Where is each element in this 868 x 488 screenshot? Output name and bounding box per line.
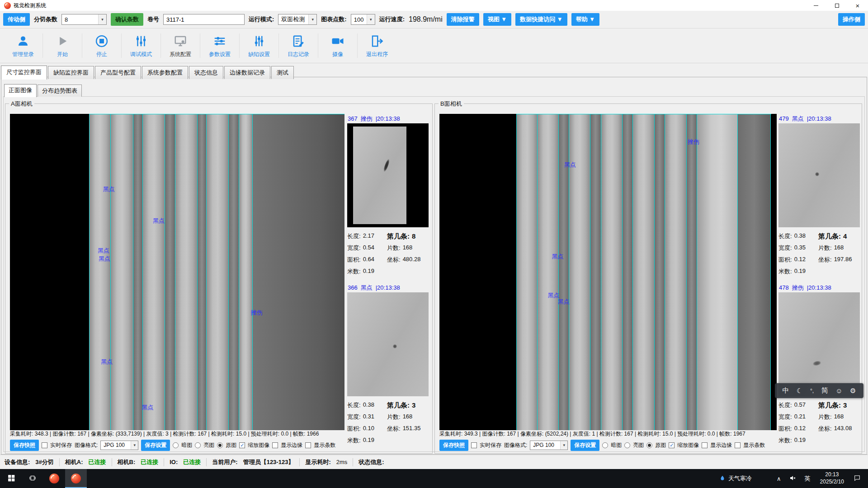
operate-side-button[interactable]: 操作侧 [838, 13, 865, 26]
defect-card-header: 366 黑点 |20:13:38 [347, 283, 429, 292]
tab-product-model[interactable]: 产品型号配置 [95, 66, 141, 79]
camera-capture-button[interactable]: 摄像 [319, 33, 356, 58]
tab-edge-data[interactable]: 边缘数据记录 [224, 66, 270, 79]
original-image-radio[interactable] [646, 442, 652, 448]
divider [357, 33, 358, 58]
confirm-count-button[interactable]: 确认条数 [111, 13, 143, 26]
ime-language-mode[interactable]: 中 [783, 386, 789, 395]
ime-settings-gear-icon[interactable]: ⚙ [850, 387, 856, 395]
maximize-button[interactable] [826, 0, 847, 11]
image-format-select[interactable]: JPG 100▾ [530, 441, 568, 450]
run-mode-select[interactable]: 双面检测 ▾ [278, 14, 317, 25]
strip [110, 114, 133, 430]
parameter-settings-button[interactable]: 参数设置 [201, 33, 238, 58]
task-view-button[interactable] [22, 469, 43, 488]
drive-side-button[interactable]: 传动侧 [3, 13, 30, 26]
save-snapshot-button[interactable]: 保存快照 [10, 440, 39, 451]
start-button[interactable]: 开始 [44, 33, 81, 58]
bright-image-radio[interactable] [195, 442, 201, 448]
system-config-button[interactable]: 系统配置 [162, 33, 199, 58]
subtab-front-image[interactable]: 正面图像 [4, 84, 37, 97]
dark-image-radio[interactable] [173, 442, 179, 448]
defect-annotation: 黑点 [101, 358, 113, 366]
strip [228, 114, 239, 430]
log-record-button[interactable]: 日志记录 [280, 33, 317, 58]
camera-a-image: 黑点 黑点 黑点 黑点 挫伤 黑点 黑点 [10, 114, 344, 430]
ime-simplified-mode[interactable]: 简 [821, 386, 828, 395]
show-edges-checkbox[interactable] [272, 442, 278, 448]
taskbar-app-inspection[interactable] [43, 469, 65, 488]
defect-card[interactable]: 478 挫伤 |20:13:38 长度:0.57第几条:3 宽度:0.21片数:… [778, 283, 860, 446]
windows-logo-icon [7, 474, 15, 483]
close-button[interactable]: × [847, 0, 868, 11]
show-strips-checkbox[interactable] [305, 442, 311, 448]
image-format-select[interactable]: JPG 100▾ [100, 441, 138, 450]
tab-size-monitor[interactable]: 尺寸监控界面 [1, 66, 47, 80]
clock-widget[interactable]: 20:13 2025/2/10 [815, 471, 849, 485]
original-image-radio[interactable] [217, 442, 223, 448]
defect-stats: 长度:0.57第几条:3 宽度:0.21片数:168 面积:0.12坐标:143… [778, 396, 860, 446]
subtab-trend-chart[interactable]: 分布趋势图表 [38, 84, 82, 97]
volume-button[interactable] [785, 474, 801, 483]
save-settings-button[interactable]: 保存设置 [141, 440, 170, 451]
close-icon: × [856, 2, 860, 9]
camera-b-image: 挫伤 黑点 黑点 黑点 黑点 [439, 114, 777, 430]
defect-settings-button[interactable]: 缺陷设置 [241, 33, 278, 58]
tray-expand-button[interactable]: ∧ [773, 475, 785, 482]
camera-b-panel: B面相机 挫伤 黑点 黑点 黑点 黑点 47 [434, 103, 862, 454]
show-edges-checkbox[interactable] [702, 442, 708, 448]
admin-login-button[interactable]: 管理登录 [5, 33, 42, 58]
slit-count-select[interactable]: 8 ▾ [61, 14, 107, 25]
clock-time: 20:13 [820, 471, 844, 479]
input-language-indicator[interactable]: 英 [801, 474, 815, 483]
save-settings-button[interactable]: 保存设置 [571, 440, 599, 451]
debug-mode-button[interactable]: 调试模式 [123, 33, 160, 58]
strip [89, 114, 110, 430]
save-snapshot-button[interactable]: 保存快照 [439, 440, 468, 451]
zoom-image-checkbox[interactable] [239, 442, 245, 448]
tab-test[interactable]: 测试 [271, 66, 294, 79]
defect-card[interactable]: 366 黑点 |20:13:38 长度:0.38第几条:3 宽度:0.31片数:… [347, 283, 429, 446]
ime-punctuation-mode[interactable]: °, [810, 388, 814, 394]
strip [516, 114, 537, 430]
exit-program-button[interactable]: 退出程序 [359, 33, 396, 58]
strip [133, 114, 142, 430]
stop-button[interactable]: 停止 [83, 33, 120, 58]
defect-type: 黑点 [361, 284, 373, 292]
dark-image-radio[interactable] [602, 442, 608, 448]
strip [590, 114, 600, 430]
defect-card[interactable]: 479 黑点 |20:13:38 长度:0.38第几条:4 宽度:0.35片数:… [778, 114, 860, 277]
start-menu-button[interactable] [0, 469, 22, 488]
roll-number-input[interactable] [163, 14, 245, 25]
tab-defect-monitor[interactable]: 缺陷监控界面 [48, 66, 94, 79]
clear-alarm-button[interactable]: 清除报警 [447, 13, 479, 26]
tab-status-info[interactable]: 状态信息 [189, 66, 223, 79]
data-quick-access-menu-button[interactable]: 数据快捷访问 ▼ [515, 13, 567, 26]
defect-type: 挫伤 [792, 284, 804, 292]
minimize-button[interactable] [806, 0, 826, 11]
taskbar-app-inspection-active[interactable] [65, 469, 87, 488]
defect-annotation: 黑点 [142, 404, 154, 412]
bright-image-radio[interactable] [624, 442, 630, 448]
title-bar: 视觉检测系统 × [0, 0, 868, 11]
realtime-save-checkbox[interactable] [471, 442, 477, 448]
ime-emoji-icon[interactable]: ☺ [835, 387, 842, 394]
defect-id: 366 [348, 284, 358, 291]
help-menu-button[interactable]: 帮助 ▼ [571, 13, 599, 26]
zoom-image-checkbox[interactable] [669, 442, 675, 448]
ime-moon-icon[interactable]: ☾ [797, 387, 802, 395]
tab-system-params[interactable]: 系统参数配置 [142, 66, 188, 79]
defect-card[interactable]: 367 挫伤 |20:13:38 长度:2.17第几条:8 宽度:0.54片数:… [347, 114, 429, 277]
thumb-region [778, 292, 860, 396]
defect-thumbnail [347, 292, 429, 396]
divider [206, 458, 207, 466]
defect-annotation: 黑点 [552, 253, 563, 261]
action-center-button[interactable] [849, 474, 865, 483]
chart-points-select[interactable]: 100 ▾ [351, 14, 375, 25]
weather-widget[interactable]: 天气寒冷 [714, 474, 757, 483]
defect-annotation: 黑点 [564, 161, 576, 169]
view-menu-button[interactable]: 视图 ▼ [483, 13, 511, 26]
show-strips-checkbox[interactable] [735, 442, 741, 448]
defect-annotation: 黑点 [558, 298, 570, 306]
realtime-save-checkbox[interactable] [42, 442, 47, 448]
